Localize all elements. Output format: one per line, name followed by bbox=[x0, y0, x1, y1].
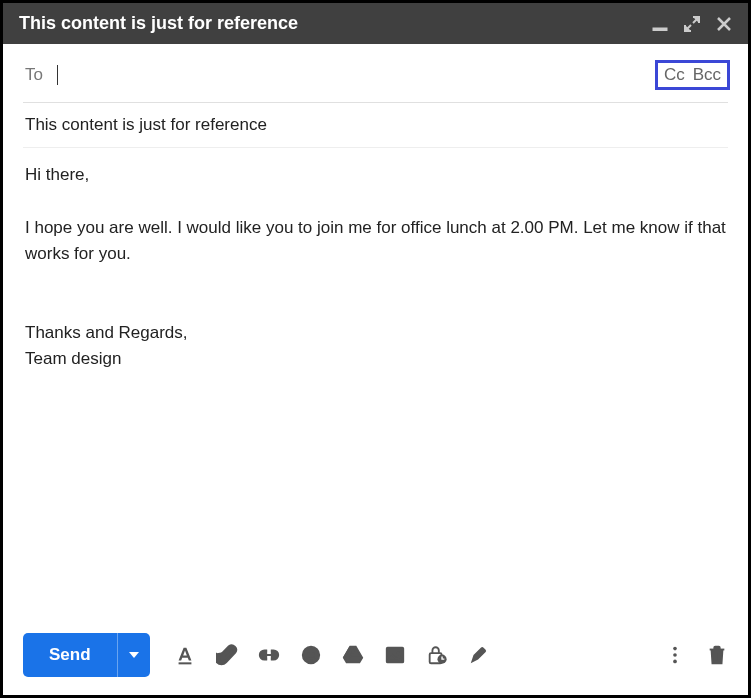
send-button[interactable]: Send bbox=[23, 633, 117, 677]
minimize-icon[interactable] bbox=[652, 16, 668, 32]
svg-rect-0 bbox=[653, 28, 667, 31]
footer-right bbox=[664, 644, 728, 666]
image-icon[interactable] bbox=[384, 644, 406, 666]
header-actions bbox=[652, 16, 732, 32]
cc-bcc-highlight: Cc Bcc bbox=[655, 60, 730, 90]
cc-button[interactable]: Cc bbox=[664, 65, 685, 85]
svg-point-11 bbox=[673, 660, 677, 664]
subject-input[interactable]: This content is just for reference bbox=[23, 103, 728, 148]
compose-header: This content is just for reference bbox=[3, 3, 748, 44]
attach-icon[interactable] bbox=[216, 644, 238, 666]
svg-point-9 bbox=[673, 647, 677, 651]
fullscreen-icon[interactable] bbox=[684, 16, 700, 32]
svg-point-2 bbox=[302, 647, 319, 664]
close-icon[interactable] bbox=[716, 16, 732, 32]
trash-icon[interactable] bbox=[706, 644, 728, 666]
svg-point-6 bbox=[396, 651, 399, 654]
link-icon[interactable] bbox=[258, 644, 280, 666]
chevron-down-icon bbox=[128, 649, 140, 661]
send-options-button[interactable] bbox=[117, 633, 150, 677]
to-label: To bbox=[25, 65, 43, 85]
to-row: To Cc Bcc bbox=[23, 44, 728, 103]
svg-point-10 bbox=[673, 653, 677, 657]
emoji-icon[interactable] bbox=[300, 644, 322, 666]
to-input[interactable] bbox=[57, 63, 641, 88]
send-group: Send bbox=[23, 633, 150, 677]
formatting-toolbar bbox=[174, 644, 656, 666]
svg-point-3 bbox=[307, 652, 309, 654]
drive-icon[interactable] bbox=[342, 644, 364, 666]
compose-footer: Send bbox=[3, 619, 748, 695]
compose-title: This content is just for reference bbox=[19, 13, 298, 34]
svg-rect-1 bbox=[178, 662, 191, 664]
compose-body: To Cc Bcc This content is just for refer… bbox=[3, 44, 748, 619]
message-body[interactable]: Hi there, I hope you are well. I would l… bbox=[23, 148, 728, 619]
svg-point-4 bbox=[312, 652, 314, 654]
bcc-button[interactable]: Bcc bbox=[693, 65, 721, 85]
more-options-icon[interactable] bbox=[664, 644, 686, 666]
text-format-icon[interactable] bbox=[174, 644, 196, 666]
pen-icon[interactable] bbox=[468, 644, 490, 666]
confidential-icon[interactable] bbox=[426, 644, 448, 666]
